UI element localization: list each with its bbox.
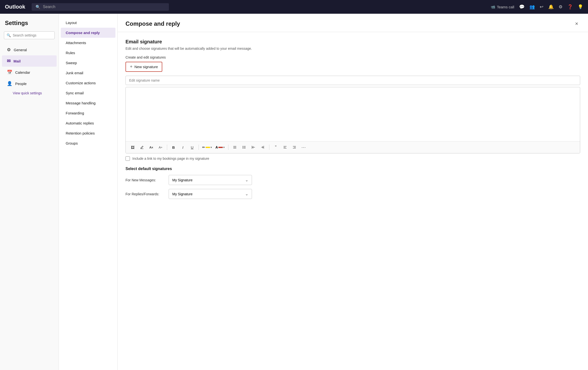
- replies-label: For Replies/Forwards:: [125, 192, 165, 196]
- menu-item-groups[interactable]: Groups: [61, 138, 115, 148]
- menu-item-sweep[interactable]: Sweep: [61, 58, 115, 68]
- gear-icon[interactable]: ⚙: [559, 4, 563, 10]
- create-edit-label: Create and edit signatures: [125, 55, 580, 59]
- app-logo: Outlook: [5, 4, 25, 10]
- close-button[interactable]: ×: [573, 20, 580, 28]
- sidebar-item-people[interactable]: 👤 People: [2, 78, 57, 89]
- lightbulb-icon[interactable]: 💡: [578, 4, 583, 10]
- svg-point-6: [243, 148, 243, 149]
- new-signature-button[interactable]: + New signature: [125, 62, 162, 72]
- chat-icon[interactable]: 💬: [519, 4, 525, 10]
- menu-item-layout[interactable]: Layout: [61, 18, 115, 28]
- svg-point-5: [243, 147, 243, 148]
- sidebar-item-calendar[interactable]: 📅 Calendar: [2, 67, 57, 78]
- people-icon[interactable]: 👥: [529, 4, 535, 10]
- page-title: Compose and reply: [125, 20, 180, 27]
- new-sig-label: New signature: [135, 65, 158, 69]
- replies-row: For Replies/Forwards: My Signature ⌄: [125, 189, 580, 199]
- toolbar-divider-1: [167, 145, 167, 150]
- bookings-checkbox-row: Include a link to my bookings page in my…: [125, 156, 580, 161]
- help-icon[interactable]: ❓: [567, 4, 573, 10]
- font-color-chevron[interactable]: ▾: [223, 146, 225, 149]
- default-signatures-section: Select default signatures For New Messag…: [125, 167, 580, 199]
- bell-icon[interactable]: 🔔: [548, 4, 554, 10]
- settings-search-container[interactable]: 🔍: [4, 31, 55, 39]
- menu-item-rules[interactable]: Rules: [61, 48, 115, 58]
- replies-chevron-icon: ⌄: [245, 192, 248, 196]
- toolbar-italic-button[interactable]: I: [179, 143, 187, 151]
- topbar: Outlook 🔍 📹 Teams call 💬 👥 ↩ 🔔 ⚙ ❓ 💡: [0, 0, 588, 14]
- menu-item-auto-replies[interactable]: Automatic replies: [61, 118, 115, 128]
- menu-item-attachments[interactable]: Attachments: [61, 38, 115, 48]
- toolbar-font-color-button[interactable]: A ▾: [214, 143, 226, 151]
- email-signature-section: Email signature Edit and choose signatur…: [125, 39, 580, 199]
- bookings-checkbox[interactable]: [125, 156, 130, 161]
- view-quick-settings-link[interactable]: View quick settings: [0, 89, 59, 97]
- sidebar-item-label-people: People: [15, 82, 27, 86]
- signature-name-input[interactable]: [125, 76, 580, 85]
- toolbar-quote-button[interactable]: ": [272, 143, 280, 151]
- font-color-swatch: [218, 147, 223, 148]
- content-body: Email signature Edit and choose signatur…: [118, 32, 588, 370]
- toolbar-bullets-button[interactable]: [240, 143, 248, 151]
- sidebar-item-general[interactable]: ⚙ General: [2, 44, 57, 55]
- sidebar-item-label-mail: Mail: [13, 59, 21, 63]
- signature-editor-wrapper: 🖼 Ax A+ B I: [125, 87, 580, 153]
- highlight-color-swatch: [206, 147, 210, 148]
- menu-item-forwarding[interactable]: Forwarding: [61, 108, 115, 118]
- menu-item-message[interactable]: Message handling: [61, 98, 115, 108]
- sidebar-item-label-calendar: Calendar: [15, 70, 30, 74]
- toolbar-image-button[interactable]: 🖼: [129, 143, 137, 151]
- menu-item-retention[interactable]: Retention policies: [61, 128, 115, 138]
- new-messages-row: For New Messages: My Signature ⌄: [125, 175, 580, 185]
- toolbar-indent-increase-button[interactable]: [259, 143, 267, 151]
- toolbar-font-increase-button[interactable]: A+: [157, 143, 164, 151]
- toolbar-more-button[interactable]: ···: [300, 143, 308, 151]
- toolbar-align-right-button[interactable]: [290, 143, 298, 151]
- teams-call-button[interactable]: 📹 Teams call: [491, 5, 514, 9]
- reply-all-icon[interactable]: ↩: [540, 4, 543, 10]
- signature-editor-toolbar: 🖼 Ax A+ B I: [126, 141, 580, 153]
- main-layout: Settings 🔍 ⚙ General ✉ Mail 📅 Calendar 👤…: [0, 14, 588, 370]
- menu-item-compose[interactable]: Compose and reply: [61, 28, 115, 38]
- menu-item-customize[interactable]: Customize actions: [61, 78, 115, 88]
- toolbar-indent-decrease-button[interactable]: [250, 143, 257, 151]
- toolbar-highlight-button[interactable]: ✏ ▾: [201, 143, 213, 151]
- new-messages-label: For New Messages:: [125, 178, 165, 182]
- svg-point-4: [243, 146, 243, 147]
- settings-search-input[interactable]: [13, 33, 52, 37]
- new-messages-chevron-icon: ⌄: [245, 178, 248, 182]
- toolbar-align-left-button[interactable]: [281, 143, 289, 151]
- highlight-chevron[interactable]: ▾: [211, 146, 212, 149]
- toolbar-font-decrease-button[interactable]: Ax: [147, 143, 155, 151]
- mail-icon: ✉: [7, 58, 11, 64]
- global-search-bar[interactable]: 🔍: [32, 3, 169, 11]
- settings-sidebar: Settings 🔍 ⚙ General ✉ Mail 📅 Calendar 👤…: [0, 14, 59, 370]
- bookings-label: Include a link to my bookings page in my…: [132, 157, 209, 160]
- section-desc-email-sig: Edit and choose signatures that will be …: [125, 47, 580, 50]
- general-icon: ⚙: [7, 47, 11, 52]
- default-sig-title: Select default signatures: [125, 167, 580, 171]
- toolbar-divider-4: [269, 145, 269, 150]
- replies-value: My Signature: [172, 192, 192, 196]
- mail-submenu: Layout Compose and reply Attachments Rul…: [59, 14, 118, 370]
- toolbar-list-button[interactable]: [231, 143, 239, 151]
- toolbar-bold-button[interactable]: B: [170, 143, 177, 151]
- new-messages-value: My Signature: [172, 178, 192, 182]
- highlight-icon: ✏: [202, 145, 205, 149]
- menu-item-junk[interactable]: Junk email: [61, 68, 115, 78]
- sidebar-item-mail[interactable]: ✉ Mail: [2, 55, 57, 67]
- video-icon: 📹: [491, 5, 495, 9]
- font-color-icon: A: [215, 145, 218, 149]
- signature-editor-body[interactable]: [126, 87, 580, 141]
- toolbar-eraser-button[interactable]: [138, 143, 146, 151]
- people-nav-icon: 👤: [7, 81, 12, 86]
- teams-call-label: Teams call: [497, 5, 514, 9]
- search-input[interactable]: [43, 5, 165, 9]
- toolbar-underline-button[interactable]: U: [188, 143, 196, 151]
- toolbar-divider-2: [199, 145, 199, 150]
- new-messages-dropdown[interactable]: My Signature ⌄: [169, 175, 252, 185]
- settings-title: Settings: [0, 20, 59, 31]
- replies-dropdown[interactable]: My Signature ⌄: [169, 189, 252, 199]
- menu-item-sync[interactable]: Sync email: [61, 88, 115, 98]
